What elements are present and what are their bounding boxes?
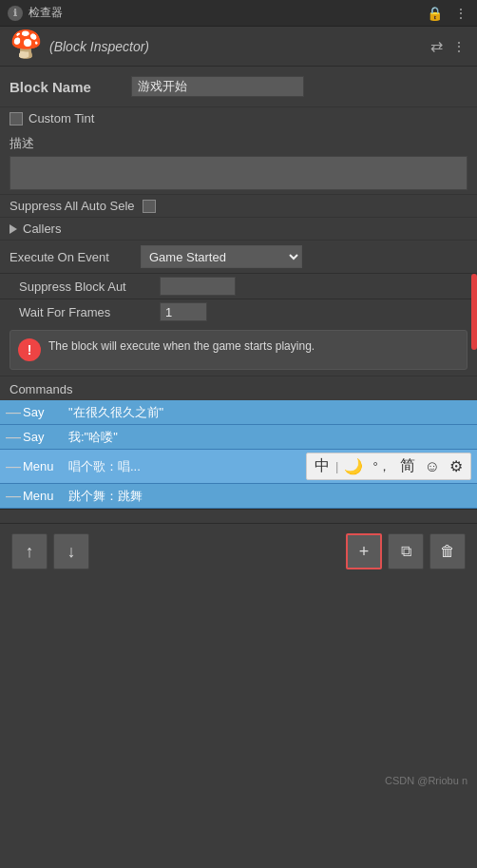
cmd2-dash: — bbox=[6, 458, 17, 475]
delete-button[interactable]: 🗑 bbox=[429, 533, 466, 569]
empty-area bbox=[0, 579, 477, 769]
info-box-text: The block will execute when the game sta… bbox=[48, 338, 315, 355]
inspector-panel: Block Name Custom Tint 描述 Suppress All A… bbox=[0, 67, 477, 509]
cmd2-type: Menu bbox=[23, 459, 63, 473]
callers-triangle bbox=[10, 224, 17, 234]
top-menu-button[interactable]: ⋮ bbox=[452, 4, 469, 23]
inspector-title: (Block Inspector) bbox=[49, 39, 149, 54]
cmd3-content: 跳个舞：跳舞 bbox=[68, 488, 471, 505]
cmd0-content: "在很久很久之前" bbox=[68, 404, 471, 421]
command-item-3[interactable]: — Menu 跳个舞：跳舞 bbox=[0, 484, 477, 509]
info-box-icon: ! bbox=[18, 338, 41, 361]
cmd0-dash: — bbox=[6, 404, 17, 421]
copy-button[interactable]: ⧉ bbox=[388, 533, 424, 569]
command-item-1[interactable]: — Say 我:"哈喽" bbox=[0, 425, 477, 450]
title-menu-button[interactable]: ⋮ bbox=[450, 35, 467, 57]
command-item-2[interactable]: — Menu 唱个歌：唱... 中 | 🌙 °， 简 ☺ ⚙ bbox=[0, 450, 477, 484]
suppress-all-label: Suppress All Auto Sele bbox=[10, 199, 135, 213]
cmd1-type: Say bbox=[23, 430, 63, 444]
callers-row[interactable]: Callers bbox=[0, 217, 477, 240]
footer-watermark: CSDN @Rriobu n bbox=[0, 769, 477, 792]
custom-tint-row: Custom Tint bbox=[0, 107, 477, 131]
block-name-label: Block Name bbox=[10, 79, 124, 95]
bottom-toolbar: ↑ ↓ + ⧉ 🗑 bbox=[0, 523, 477, 579]
callers-label: Callers bbox=[23, 222, 61, 236]
cmd3-dash: — bbox=[6, 488, 17, 505]
info-icon: ℹ bbox=[8, 6, 23, 21]
cn-btn-gear[interactable]: ⚙ bbox=[446, 456, 467, 476]
description-textarea[interactable] bbox=[10, 156, 467, 190]
info-box: ! The block will execute when the game s… bbox=[10, 330, 467, 370]
suppress-all-checkbox[interactable] bbox=[143, 200, 156, 213]
description-label: 描述 bbox=[0, 131, 477, 154]
commands-list: — Say "在很久很久之前" — Say 我:"哈喽" — Menu 唱个歌：… bbox=[0, 400, 477, 509]
custom-tint-label: Custom Tint bbox=[29, 111, 94, 125]
cmd3-type: Menu bbox=[23, 489, 63, 503]
execute-event-label: Execute On Event bbox=[10, 250, 133, 264]
move-down-button[interactable]: ↓ bbox=[53, 533, 89, 569]
suppress-block-label: Suppress Block Aut bbox=[19, 280, 152, 294]
top-bar: ℹ 检查器 🔒 ⋮ bbox=[0, 0, 477, 27]
cn-btn-comma[interactable]: °， bbox=[369, 457, 393, 476]
add-button[interactable]: + bbox=[346, 533, 382, 569]
wait-frames-row: Wait For Frames bbox=[0, 299, 477, 324]
cn-btn-zhong[interactable]: 中 bbox=[311, 455, 334, 477]
scroll-indicator[interactable] bbox=[471, 274, 477, 350]
cmd0-type: Say bbox=[23, 405, 63, 419]
command-item-0[interactable]: — Say "在很久很久之前" bbox=[0, 400, 477, 425]
mushroom-icon: 🍄 bbox=[10, 31, 40, 62]
cn-btn-jian[interactable]: 简 bbox=[396, 455, 419, 477]
cmd1-content: 我:"哈喽" bbox=[68, 429, 471, 446]
wait-frames-label: Wait For Frames bbox=[19, 305, 152, 319]
cmd2-content: 唱个歌：唱... bbox=[68, 458, 296, 475]
wait-frames-input[interactable] bbox=[160, 302, 207, 321]
cn-btn-smile[interactable]: ☺ bbox=[421, 457, 444, 476]
commands-header: Commands bbox=[0, 376, 477, 400]
cn-toolbar: 中 | 🌙 °， 简 ☺ ⚙ bbox=[306, 453, 471, 480]
title-bar: 🍄 (Block Inspector) ⇄ ⋮ bbox=[0, 27, 477, 67]
suppress-all-row: Suppress All Auto Sele bbox=[0, 194, 477, 217]
custom-tint-checkbox[interactable] bbox=[10, 112, 23, 125]
suppress-block-input[interactable] bbox=[160, 277, 236, 296]
move-up-button[interactable]: ↑ bbox=[11, 533, 48, 569]
execute-event-row: Execute On Event Game Started bbox=[0, 240, 477, 273]
settings-icon-btn[interactable]: ⇄ bbox=[429, 35, 445, 57]
top-bar-title: 检查器 bbox=[29, 5, 63, 21]
cmd1-dash: — bbox=[6, 429, 17, 446]
cn-divider: | bbox=[335, 459, 338, 473]
suppress-block-row: Suppress Block Aut bbox=[0, 273, 477, 299]
block-name-row: Block Name bbox=[0, 67, 477, 107]
execute-event-dropdown[interactable]: Game Started bbox=[141, 245, 302, 268]
cn-btn-moon[interactable]: 🌙 bbox=[340, 456, 367, 476]
block-name-input[interactable] bbox=[131, 76, 304, 97]
lock-button[interactable]: 🔒 bbox=[425, 4, 445, 23]
